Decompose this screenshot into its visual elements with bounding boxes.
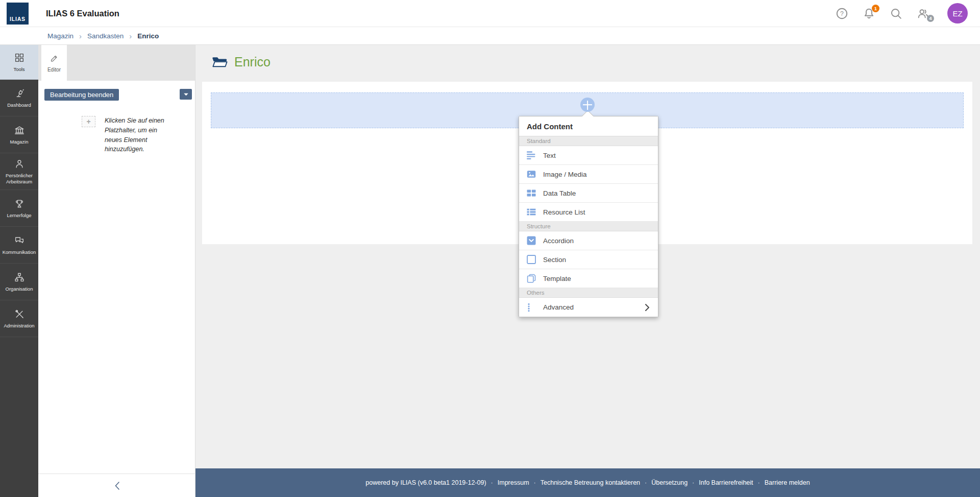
crossed-tools-icon	[14, 309, 25, 320]
breadcrumb-separator-icon: ›	[129, 32, 132, 40]
help-icon[interactable]: ?	[835, 7, 849, 20]
text-lines-icon	[527, 151, 536, 160]
breadcrumb: Magazin › Sandkasten › Enrico	[0, 27, 980, 45]
breadcrumb-current: Enrico	[137, 32, 159, 40]
notifications-bell-icon[interactable]: 1	[862, 7, 876, 20]
menu-section-standard: Standard	[519, 136, 658, 146]
ilias-logo-text: ILIAS	[10, 16, 26, 22]
menu-item-text[interactable]: Text	[519, 146, 658, 165]
template-copy-icon	[527, 274, 536, 283]
dashboard-icon	[14, 88, 25, 99]
menu-section-others: Others	[519, 288, 658, 298]
pencil-icon	[50, 54, 59, 63]
sidebar-item-dashboard[interactable]: Dashboard	[0, 80, 38, 116]
sidebar-item-magazin[interactable]: Magazin	[0, 116, 38, 153]
chevron-left-icon	[113, 481, 120, 491]
footer-link-uebersetzung[interactable]: Übersetzung	[651, 479, 688, 486]
menu-item-resource-list[interactable]: Resource List	[519, 203, 658, 222]
chevron-right-icon	[644, 303, 650, 312]
editing-dropdown-toggle[interactable]	[180, 89, 192, 100]
chat-bubbles-icon	[14, 235, 25, 246]
svg-text:?: ?	[840, 10, 844, 17]
placeholder-hint-text: Klicken Sie auf einen Platzhalter, um ei…	[105, 116, 174, 154]
placeholder-hint-row: + Klicken Sie auf einen Platzhalter, um …	[82, 116, 181, 154]
sidebar-item-kommunikation[interactable]: Kommunikation	[0, 227, 38, 264]
footer-link-support[interactable]: Technische Betreuung kontaktieren	[541, 479, 640, 486]
online-users-icon[interactable]: 4	[916, 7, 930, 20]
menu-item-section[interactable]: Section	[519, 250, 658, 269]
breadcrumb-link-magazin[interactable]: Magazin	[47, 32, 74, 40]
placeholder-plus-button[interactable]: +	[82, 116, 95, 127]
online-users-badge: 4	[927, 15, 934, 22]
person-icon	[14, 158, 25, 170]
sidebar-item-administration[interactable]: Administration	[0, 300, 38, 337]
menu-item-template[interactable]: Template	[519, 269, 658, 288]
main-sidebar: Tools Dashboard Magazin Persönlicher Arb…	[0, 45, 38, 497]
tab-editor[interactable]: Editor	[41, 45, 67, 81]
menu-item-accordion[interactable]: Accordion	[519, 231, 658, 250]
grid-icon	[14, 52, 25, 63]
sidebar-item-organisation[interactable]: Organisation	[0, 264, 38, 300]
bank-building-icon	[14, 125, 25, 136]
menu-item-image-media[interactable]: Image / Media	[519, 165, 658, 184]
breadcrumb-link-sandkasten[interactable]: Sandkasten	[87, 32, 124, 40]
org-chart-icon	[14, 272, 25, 283]
add-content-plus-button[interactable]	[580, 98, 595, 112]
footer-powered-by: powered by ILIAS (v6.0 beta1 2019-12-09)	[365, 479, 486, 486]
collapse-panel-button[interactable]	[38, 474, 195, 497]
search-icon[interactable]	[889, 7, 903, 20]
breadcrumb-separator-icon: ›	[79, 32, 82, 40]
footer-link-impressum[interactable]: Impressum	[498, 479, 529, 486]
menu-item-advanced[interactable]: Advanced	[519, 298, 658, 317]
image-icon	[527, 170, 536, 179]
top-header: ILIAS ILIAS 6 Evaluation ? 1 4 EZ	[0, 0, 980, 27]
vertical-dots-icon	[527, 303, 536, 312]
list-icon	[527, 207, 536, 217]
folder-icon	[212, 56, 228, 68]
caret-down-icon	[183, 92, 189, 97]
add-content-menu: Add Content Standard Text Image / Media …	[519, 116, 658, 317]
user-avatar[interactable]: EZ	[947, 3, 968, 23]
ilias-logo[interactable]: ILIAS	[7, 3, 29, 25]
menu-item-data-table[interactable]: Data Table	[519, 184, 658, 203]
header-icon-group: ? 1 4 EZ	[835, 0, 968, 27]
sidebar-item-personal-workspace[interactable]: Persönlicher Arbeitsraum	[0, 153, 38, 190]
page-title: Enrico	[234, 55, 271, 69]
section-icon	[527, 255, 536, 264]
editor-side-panel: Editor Bearbeitung beenden + Klicken Sie…	[38, 45, 195, 497]
trophy-icon	[14, 198, 25, 209]
table-icon	[527, 188, 536, 198]
add-content-menu-title: Add Content	[519, 116, 658, 136]
footer-link-barriere-melden[interactable]: Barriere melden	[765, 479, 810, 486]
menu-section-structure: Structure	[519, 222, 658, 231]
footer-link-barrierefreiheit[interactable]: Info Barrierefreiheit	[699, 479, 753, 486]
sidebar-item-lernerfolge[interactable]: Lernerfolge	[0, 190, 38, 227]
notification-badge: 1	[872, 5, 879, 12]
sidebar-item-tools[interactable]: Tools	[0, 45, 38, 80]
panel-tabbar: Editor	[38, 45, 195, 81]
footer: powered by ILIAS (v6.0 beta1 2019-12-09)…	[195, 468, 980, 497]
page-header-title: ILIAS 6 Evaluation	[46, 0, 119, 27]
end-editing-button[interactable]: Bearbeitung beenden	[44, 89, 119, 101]
accordion-icon	[527, 236, 536, 245]
